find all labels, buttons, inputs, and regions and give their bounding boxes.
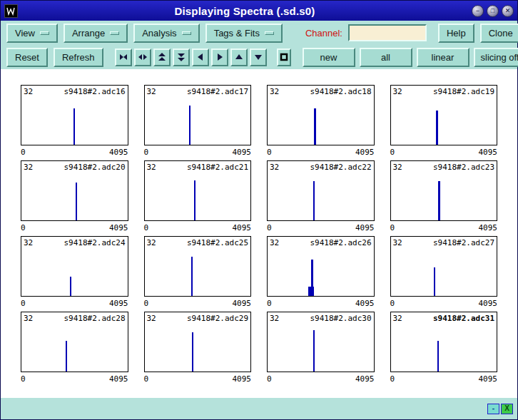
panel-ymax: 32 — [270, 87, 279, 96]
compress-horizontal-icon — [118, 52, 128, 62]
help-button[interactable]: Help — [438, 24, 474, 43]
spectrum-panel[interactable]: 32 s9418#2.adc19 — [390, 85, 498, 145]
option-dash-icon — [110, 31, 119, 35]
compress-horizontal-button[interactable] — [115, 48, 132, 66]
menu-tags-fits[interactable]: Tags & Fits — [205, 24, 283, 43]
page-up-button[interactable] — [153, 48, 171, 66]
spectrum-panel[interactable]: 32 s9418#2.adc25 — [144, 236, 252, 297]
spectrum-header: 32 s9418#2.adc30 — [270, 314, 372, 323]
spectrum-panel[interactable]: 32 s9418#2.adc21 — [144, 160, 252, 221]
spectrum-axis: 0 4095 — [267, 221, 375, 236]
channel-input[interactable] — [348, 24, 427, 41]
spectrum-header: 32 s9418#2.adc26 — [270, 238, 372, 247]
linear-button[interactable]: linear — [417, 48, 469, 67]
reset-button[interactable]: Reset — [6, 48, 48, 67]
spectrum-axis: 0 4095 — [390, 221, 498, 236]
spectrum-header: 32 s9418#2.adc21 — [147, 163, 249, 172]
option-dash-icon — [182, 31, 191, 35]
spectrum-cell: 32 s9418#2.adc28 0 4095 — [21, 312, 128, 387]
panel-ymax: 32 — [24, 238, 33, 247]
spectrum-panel[interactable]: 32 s9418#2.adc17 — [144, 85, 252, 145]
panel-ymax: 32 — [393, 314, 402, 323]
spectrum-panel[interactable]: 32 s9418#2.adc20 — [21, 160, 128, 221]
spectrum-panel[interactable]: 32 s9418#2.adc18 — [267, 85, 375, 145]
spectrum-panel[interactable]: 32 s9418#2.adc22 — [267, 160, 375, 221]
panel-ymax: 32 — [393, 163, 402, 172]
minimize-button[interactable]: − — [472, 5, 484, 17]
clone-button[interactable]: Clone — [480, 24, 518, 43]
pan-down-button[interactable] — [250, 48, 267, 66]
slicing-off-button[interactable]: slicing off — [474, 48, 518, 67]
axis-xmin: 0 — [267, 148, 272, 160]
axis-xmin: 0 — [21, 374, 26, 387]
axis-xmax: 4095 — [355, 374, 375, 387]
toolbar: Reset Refresh — [1, 45, 517, 69]
option-dash-icon — [40, 31, 49, 35]
app-window: Displaying Spectra (.sd.s0) − □ ✕ View A… — [0, 0, 518, 420]
spectrum-panel[interactable]: 32 s9418#2.adc31 — [390, 312, 498, 372]
axis-xmin: 0 — [390, 374, 395, 387]
panel-title: s9418#2.adc18 — [310, 87, 371, 96]
strip-minimize-button[interactable]: - — [487, 404, 499, 414]
pan-right-button[interactable] — [211, 48, 228, 66]
page-down-button[interactable] — [173, 48, 190, 66]
spectrum-axis: 0 4095 — [21, 221, 128, 236]
spectrum-axis: 0 4095 — [144, 221, 252, 236]
panel-ymax: 32 — [393, 87, 402, 96]
spectrum-panel[interactable]: 32 s9418#2.adc24 — [21, 236, 128, 297]
bottombar: - X — [1, 398, 517, 419]
panel-title: s9418#2.adc30 — [310, 314, 371, 323]
pan-left-button[interactable] — [192, 48, 209, 66]
axis-xmin: 0 — [267, 374, 272, 387]
menu-view[interactable]: View — [6, 24, 58, 43]
spectrum-panel[interactable]: 32 s9418#2.adc23 — [390, 160, 498, 221]
spectrum-panel[interactable]: 32 s9418#2.adc30 — [267, 312, 375, 372]
spectrum-panel[interactable]: 32 s9418#2.adc16 — [21, 85, 128, 145]
spectrum-panel[interactable]: 32 s9418#2.adc27 — [390, 236, 498, 297]
spectrum-cell: 32 s9418#2.adc25 0 4095 — [144, 236, 252, 312]
spectrum-peak — [438, 181, 440, 220]
refresh-button[interactable]: Refresh — [54, 48, 103, 67]
axis-xmin: 0 — [267, 299, 272, 312]
maximize-button[interactable]: □ — [487, 5, 499, 17]
menu-arrange[interactable]: Arrange — [64, 24, 128, 43]
menu-analysis[interactable]: Analysis — [133, 24, 199, 43]
pan-up-icon — [234, 52, 244, 62]
new-button[interactable]: new — [303, 48, 355, 67]
axis-xmin: 0 — [144, 148, 149, 160]
close-button[interactable]: ✕ — [502, 5, 514, 17]
axis-xmax: 4095 — [109, 299, 128, 312]
axis-xmax: 4095 — [479, 223, 498, 236]
expand-horizontal-button[interactable] — [134, 48, 151, 66]
axis-xmax: 4095 — [109, 374, 128, 387]
panel-ymax: 32 — [24, 314, 33, 323]
spectrum-cell: 32 s9418#2.adc19 0 4095 — [390, 85, 498, 160]
all-button[interactable]: all — [360, 48, 412, 67]
spectrum-peak — [437, 341, 439, 372]
panel-title: s9418#2.adc29 — [187, 314, 248, 323]
spectrum-panel[interactable]: 32 s9418#2.adc28 — [21, 312, 128, 372]
menu-view-label: View — [15, 28, 35, 39]
spectrum-panel[interactable]: 32 s9418#2.adc26 — [267, 236, 375, 297]
spectrum-header: 32 s9418#2.adc19 — [393, 87, 495, 96]
spectrum-header: 32 s9418#2.adc27 — [393, 238, 495, 247]
window-title: Displaying Spectra (.sd.s0) — [18, 5, 472, 17]
marker-square-button[interactable] — [277, 48, 291, 66]
axis-xmin: 0 — [390, 223, 395, 236]
spectrum-peak — [313, 181, 315, 220]
spectrum-axis: 0 4095 — [144, 297, 252, 312]
axis-xmin: 0 — [267, 223, 272, 236]
app-icon[interactable] — [4, 4, 18, 18]
panel-title: s9418#2.adc26 — [310, 238, 371, 247]
strip-close-button[interactable]: X — [501, 404, 513, 414]
axis-xmin: 0 — [390, 299, 395, 312]
pan-up-button[interactable] — [230, 48, 248, 66]
spectrum-header: 32 s9418#2.adc31 — [393, 314, 495, 323]
axis-xmax: 4095 — [233, 299, 252, 312]
spectrum-peak — [314, 108, 316, 145]
spectrum-panel[interactable]: 32 s9418#2.adc29 — [144, 312, 252, 372]
panel-title: s9418#2.adc21 — [187, 163, 248, 172]
spectrum-header: 32 s9418#2.adc20 — [24, 163, 126, 172]
panel-ymax: 32 — [147, 238, 156, 247]
nav-buttons — [115, 48, 267, 66]
